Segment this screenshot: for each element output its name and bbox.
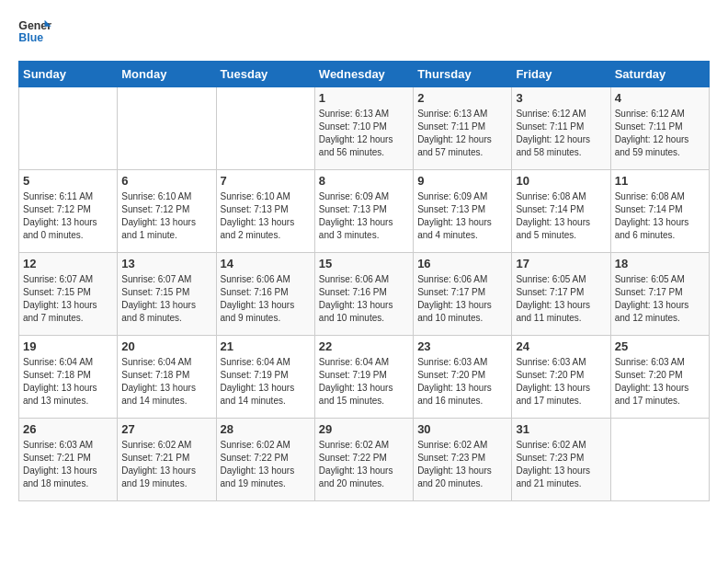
weekday-header-sunday: Sunday <box>19 62 118 87</box>
calendar-table: SundayMondayTuesdayWednesdayThursdayFrid… <box>18 61 710 501</box>
day-number: 23 <box>417 339 507 353</box>
calendar-cell: 4Sunrise: 6:12 AMSunset: 7:11 PMDaylight… <box>610 87 709 170</box>
cell-info: Sunrise: 6:09 AMSunset: 7:13 PMDaylight:… <box>319 190 409 242</box>
cell-info: Sunrise: 6:07 AMSunset: 7:15 PMDaylight:… <box>121 273 211 325</box>
weekday-header-friday: Friday <box>512 62 610 87</box>
cell-info: Sunrise: 6:02 AMSunset: 7:23 PMDaylight:… <box>516 439 606 490</box>
day-number: 16 <box>417 257 507 270</box>
cell-info: Sunrise: 6:03 AMSunset: 7:20 PMDaylight:… <box>615 356 705 408</box>
day-number: 17 <box>516 257 606 270</box>
day-number: 27 <box>121 422 211 436</box>
day-number: 28 <box>221 422 311 436</box>
calendar-week-3: 12Sunrise: 6:07 AMSunset: 7:15 PMDayligh… <box>19 253 710 336</box>
calendar-week-4: 19Sunrise: 6:04 AMSunset: 7:18 PMDayligh… <box>19 336 710 419</box>
cell-info: Sunrise: 6:02 AMSunset: 7:22 PMDaylight:… <box>221 439 311 490</box>
weekday-header-tuesday: Tuesday <box>216 62 314 87</box>
calendar-cell: 19Sunrise: 6:04 AMSunset: 7:18 PMDayligh… <box>19 336 118 419</box>
cell-info: Sunrise: 6:10 AMSunset: 7:12 PMDaylight:… <box>121 190 211 242</box>
day-number: 13 <box>121 257 211 270</box>
cell-info: Sunrise: 6:05 AMSunset: 7:17 PMDaylight:… <box>516 273 606 325</box>
calendar-cell: 27Sunrise: 6:02 AMSunset: 7:21 PMDayligh… <box>118 419 216 501</box>
calendar-cell: 28Sunrise: 6:02 AMSunset: 7:22 PMDayligh… <box>216 419 314 501</box>
weekday-header-thursday: Thursday <box>414 62 512 87</box>
day-number: 15 <box>319 257 409 270</box>
cell-info: Sunrise: 6:04 AMSunset: 7:19 PMDaylight:… <box>221 356 311 408</box>
day-number: 5 <box>23 174 113 188</box>
cell-info: Sunrise: 6:05 AMSunset: 7:17 PMDaylight:… <box>615 273 705 325</box>
calendar-cell: 23Sunrise: 6:03 AMSunset: 7:20 PMDayligh… <box>414 336 512 419</box>
calendar-cell: 5Sunrise: 6:11 AMSunset: 7:12 PMDaylight… <box>19 170 118 253</box>
svg-text:Blue: Blue <box>18 31 43 44</box>
weekday-header-wednesday: Wednesday <box>314 62 413 87</box>
calendar-cell: 25Sunrise: 6:03 AMSunset: 7:20 PMDayligh… <box>610 336 709 419</box>
logo: General Blue <box>18 18 51 46</box>
calendar-cell: 11Sunrise: 6:08 AMSunset: 7:14 PMDayligh… <box>610 170 709 253</box>
cell-info: Sunrise: 6:04 AMSunset: 7:19 PMDaylight:… <box>319 356 409 408</box>
day-number: 30 <box>417 422 507 436</box>
day-number: 4 <box>615 91 705 105</box>
cell-info: Sunrise: 6:13 AMSunset: 7:11 PMDaylight:… <box>417 108 507 159</box>
day-number: 26 <box>23 422 113 436</box>
cell-info: Sunrise: 6:09 AMSunset: 7:13 PMDaylight:… <box>417 190 507 242</box>
calendar-cell: 24Sunrise: 6:03 AMSunset: 7:20 PMDayligh… <box>512 336 610 419</box>
logo-icon: General Blue <box>18 18 51 46</box>
cell-info: Sunrise: 6:06 AMSunset: 7:16 PMDaylight:… <box>319 273 409 325</box>
calendar-cell: 2Sunrise: 6:13 AMSunset: 7:11 PMDaylight… <box>414 87 512 170</box>
day-number: 19 <box>23 339 113 353</box>
day-number: 31 <box>516 422 606 436</box>
calendar-cell <box>216 87 314 170</box>
calendar-cell: 31Sunrise: 6:02 AMSunset: 7:23 PMDayligh… <box>512 419 610 501</box>
calendar-cell: 14Sunrise: 6:06 AMSunset: 7:16 PMDayligh… <box>216 253 314 336</box>
calendar-cell: 20Sunrise: 6:04 AMSunset: 7:18 PMDayligh… <box>118 336 216 419</box>
calendar-cell: 30Sunrise: 6:02 AMSunset: 7:23 PMDayligh… <box>414 419 512 501</box>
cell-info: Sunrise: 6:10 AMSunset: 7:13 PMDaylight:… <box>221 190 311 242</box>
calendar-cell: 15Sunrise: 6:06 AMSunset: 7:16 PMDayligh… <box>314 253 413 336</box>
day-number: 7 <box>221 174 311 188</box>
calendar-week-5: 26Sunrise: 6:03 AMSunset: 7:21 PMDayligh… <box>19 419 710 501</box>
cell-info: Sunrise: 6:08 AMSunset: 7:14 PMDaylight:… <box>615 190 705 242</box>
weekday-header-saturday: Saturday <box>610 62 709 87</box>
day-number: 3 <box>516 91 606 105</box>
cell-info: Sunrise: 6:12 AMSunset: 7:11 PMDaylight:… <box>615 108 705 159</box>
day-number: 25 <box>615 339 705 353</box>
cell-info: Sunrise: 6:07 AMSunset: 7:15 PMDaylight:… <box>23 273 113 325</box>
calendar-week-2: 5Sunrise: 6:11 AMSunset: 7:12 PMDaylight… <box>19 170 710 253</box>
cell-info: Sunrise: 6:03 AMSunset: 7:21 PMDaylight:… <box>23 439 113 490</box>
day-number: 6 <box>121 174 211 188</box>
cell-info: Sunrise: 6:04 AMSunset: 7:18 PMDaylight:… <box>121 356 211 408</box>
calendar-cell: 18Sunrise: 6:05 AMSunset: 7:17 PMDayligh… <box>610 253 709 336</box>
calendar-cell: 8Sunrise: 6:09 AMSunset: 7:13 PMDaylight… <box>314 170 413 253</box>
calendar-cell: 13Sunrise: 6:07 AMSunset: 7:15 PMDayligh… <box>118 253 216 336</box>
cell-info: Sunrise: 6:04 AMSunset: 7:18 PMDaylight:… <box>23 356 113 408</box>
day-number: 12 <box>23 257 113 270</box>
day-number: 8 <box>319 174 409 188</box>
calendar-cell: 29Sunrise: 6:02 AMSunset: 7:22 PMDayligh… <box>314 419 413 501</box>
cell-info: Sunrise: 6:02 AMSunset: 7:21 PMDaylight:… <box>121 439 211 490</box>
calendar-cell: 12Sunrise: 6:07 AMSunset: 7:15 PMDayligh… <box>19 253 118 336</box>
cell-info: Sunrise: 6:08 AMSunset: 7:14 PMDaylight:… <box>516 190 606 242</box>
calendar-cell <box>118 87 216 170</box>
day-number: 1 <box>319 91 409 105</box>
cell-info: Sunrise: 6:03 AMSunset: 7:20 PMDaylight:… <box>417 356 507 408</box>
calendar-cell: 26Sunrise: 6:03 AMSunset: 7:21 PMDayligh… <box>19 419 118 501</box>
calendar-cell: 22Sunrise: 6:04 AMSunset: 7:19 PMDayligh… <box>314 336 413 419</box>
day-number: 29 <box>319 422 409 436</box>
day-number: 21 <box>221 339 311 353</box>
calendar-cell: 6Sunrise: 6:10 AMSunset: 7:12 PMDaylight… <box>118 170 216 253</box>
weekday-header-row: SundayMondayTuesdayWednesdayThursdayFrid… <box>19 62 710 87</box>
cell-info: Sunrise: 6:06 AMSunset: 7:16 PMDaylight:… <box>221 273 311 325</box>
calendar-cell: 3Sunrise: 6:12 AMSunset: 7:11 PMDaylight… <box>512 87 610 170</box>
calendar-cell: 10Sunrise: 6:08 AMSunset: 7:14 PMDayligh… <box>512 170 610 253</box>
cell-info: Sunrise: 6:11 AMSunset: 7:12 PMDaylight:… <box>23 190 113 242</box>
page-header: General Blue <box>18 18 710 46</box>
cell-info: Sunrise: 6:13 AMSunset: 7:10 PMDaylight:… <box>319 108 409 159</box>
cell-info: Sunrise: 6:02 AMSunset: 7:22 PMDaylight:… <box>319 439 409 490</box>
day-number: 11 <box>615 174 705 188</box>
day-number: 24 <box>516 339 606 353</box>
cell-info: Sunrise: 6:03 AMSunset: 7:20 PMDaylight:… <box>516 356 606 408</box>
cell-info: Sunrise: 6:12 AMSunset: 7:11 PMDaylight:… <box>516 108 606 159</box>
cell-info: Sunrise: 6:06 AMSunset: 7:17 PMDaylight:… <box>417 273 507 325</box>
calendar-cell <box>610 419 709 501</box>
calendar-cell: 17Sunrise: 6:05 AMSunset: 7:17 PMDayligh… <box>512 253 610 336</box>
calendar-cell: 16Sunrise: 6:06 AMSunset: 7:17 PMDayligh… <box>414 253 512 336</box>
